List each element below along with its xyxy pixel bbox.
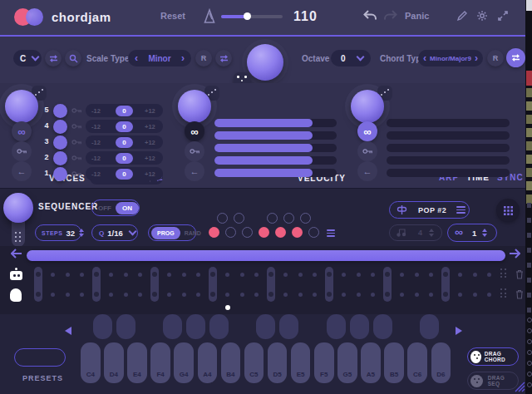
piano-black-key[interactable]	[256, 314, 275, 339]
voices-knob[interactable]	[5, 90, 38, 123]
lane-step-dot[interactable]	[66, 273, 70, 277]
piano-key-f5[interactable]: F5	[314, 342, 334, 383]
velocity-back-button[interactable]: ←	[185, 161, 204, 181]
velocity-key-button[interactable]	[185, 141, 204, 161]
lane-step-dot[interactable]	[225, 293, 229, 297]
piano-key-c5[interactable]: C5	[244, 342, 264, 383]
search-icon[interactable]	[65, 50, 81, 66]
drag-chord-button[interactable]: DRAG CHORD	[467, 347, 519, 366]
lane-step-dot[interactable]	[167, 273, 171, 277]
scale-reset-button[interactable]: R	[195, 50, 212, 66]
lane-grip-icon[interactable]	[500, 288, 507, 300]
lane-step-dot[interactable]	[138, 293, 142, 297]
piano-key-b4[interactable]: B4	[221, 342, 241, 383]
piano-black-key[interactable]	[373, 314, 392, 339]
lane-grip-icon[interactable]	[500, 268, 507, 280]
piano-key-e5[interactable]: E5	[291, 342, 311, 383]
pattern-step-dot[interactable]	[242, 227, 253, 238]
pattern-step-dot[interactable]	[292, 227, 303, 238]
lane-step-dot[interactable]	[167, 293, 171, 297]
lane-step-dot[interactable]	[240, 273, 244, 277]
piano-key-c4[interactable]: C4	[81, 342, 101, 383]
pattern-step-dot[interactable]	[225, 227, 236, 238]
arp-knob[interactable]	[351, 90, 384, 123]
scale-next-arrow[interactable]: ›	[181, 52, 185, 64]
lane-step-dot[interactable]	[51, 273, 55, 277]
scale-random-button[interactable]	[215, 50, 232, 66]
velocity-lock-infinity-button[interactable]: ∞	[185, 121, 204, 141]
lane-step-dot[interactable]	[487, 273, 491, 277]
lane-step-dot[interactable]	[66, 293, 70, 297]
piano-key-c6[interactable]: C6	[407, 342, 427, 383]
lane-step-dot[interactable]	[357, 293, 361, 297]
lane-step-dot[interactable]	[298, 293, 303, 297]
pattern-step-dot[interactable]	[267, 213, 278, 224]
arp-key-button[interactable]	[357, 141, 377, 161]
piano-key-d4[interactable]: D4	[104, 342, 124, 383]
piano-key-d6[interactable]: D6	[431, 342, 451, 383]
settings-gear-icon[interactable]	[476, 10, 488, 22]
lane-step-dot[interactable]	[196, 293, 200, 297]
velocity-knob[interactable]	[178, 90, 211, 123]
voices-back-button[interactable]: ←	[12, 161, 32, 181]
lane-slider-handle[interactable]	[383, 267, 392, 302]
octave-dropdown[interactable]: 0	[331, 50, 371, 66]
scale-shuffle-button[interactable]	[45, 50, 62, 66]
keyboard-next-arrow[interactable]	[456, 327, 462, 335]
lane-slider-handle[interactable]	[92, 267, 101, 302]
lane-step-dot[interactable]	[429, 293, 433, 297]
arp-back-button[interactable]: ←	[357, 161, 377, 181]
piano-black-key[interactable]	[279, 314, 298, 339]
piano-key-b5[interactable]: B5	[384, 342, 404, 383]
pattern-step-dot[interactable]	[283, 213, 294, 224]
lane-slider-handle[interactable]	[209, 267, 217, 302]
lane-slider-handle[interactable]	[267, 267, 275, 302]
piano-black-key[interactable]	[163, 314, 182, 339]
resize-expand-icon[interactable]	[497, 10, 509, 22]
lane-step-dot[interactable]	[283, 273, 288, 277]
chord-random-button[interactable]	[506, 48, 525, 67]
lane-slider-handle[interactable]	[441, 267, 450, 302]
level-bar[interactable]	[387, 119, 510, 127]
trash-icon[interactable]	[515, 269, 524, 279]
lane-step-dot[interactable]	[371, 293, 375, 297]
lane-slider-handle[interactable]	[34, 267, 42, 302]
lane-step-dot[interactable]	[80, 293, 84, 297]
reset-button[interactable]: Reset	[160, 11, 185, 21]
lane-step-dot[interactable]	[371, 273, 375, 277]
scale-prev-arrow[interactable]: ‹	[135, 52, 138, 64]
lane-step-dot[interactable]	[458, 293, 462, 297]
pattern-step-dot[interactable]	[217, 213, 228, 224]
lane-step-dot[interactable]	[51, 293, 55, 297]
lane-slider-handle[interactable]	[150, 267, 159, 302]
lane-step-dot[interactable]	[80, 273, 84, 277]
bar-count-stepper[interactable]	[429, 229, 434, 237]
pattern-step-dot[interactable]	[275, 227, 286, 238]
loop-count-stepper[interactable]	[482, 229, 487, 237]
pattern-list-icon[interactable]	[327, 229, 335, 237]
piano-black-key[interactable]	[186, 314, 205, 339]
pattern-step-dot[interactable]	[308, 227, 319, 238]
page-indicator-dot[interactable]	[225, 305, 230, 310]
piano-black-key[interactable]	[350, 314, 369, 339]
lane-step-dot[interactable]	[225, 273, 229, 277]
lane-step-dot[interactable]	[254, 273, 259, 277]
piano-key-g5[interactable]: G5	[337, 342, 357, 383]
level-bar[interactable]	[387, 144, 510, 152]
chord-type-selector[interactable]: ‹ Minor/Major9 ›	[418, 50, 483, 66]
level-bar[interactable]	[387, 131, 510, 140]
level-bar[interactable]	[387, 169, 510, 177]
main-chord-knob[interactable]	[247, 44, 283, 81]
lane-step-dot[interactable]	[357, 273, 361, 277]
piano-black-key[interactable]	[209, 314, 229, 339]
lane-step-dot[interactable]	[283, 293, 288, 297]
lane-step-dot[interactable]	[254, 293, 259, 297]
lane-step-dot[interactable]	[196, 273, 200, 277]
lane-step-dot[interactable]	[342, 273, 346, 277]
piano-black-key[interactable]	[116, 314, 135, 339]
scale-selector[interactable]: ‹ Minor ›	[128, 50, 191, 66]
piano-key-e4[interactable]: E4	[127, 342, 147, 383]
lane-step-dot[interactable]	[342, 293, 346, 297]
trash-icon[interactable]	[515, 289, 524, 299]
lane-step-dot[interactable]	[400, 293, 404, 297]
